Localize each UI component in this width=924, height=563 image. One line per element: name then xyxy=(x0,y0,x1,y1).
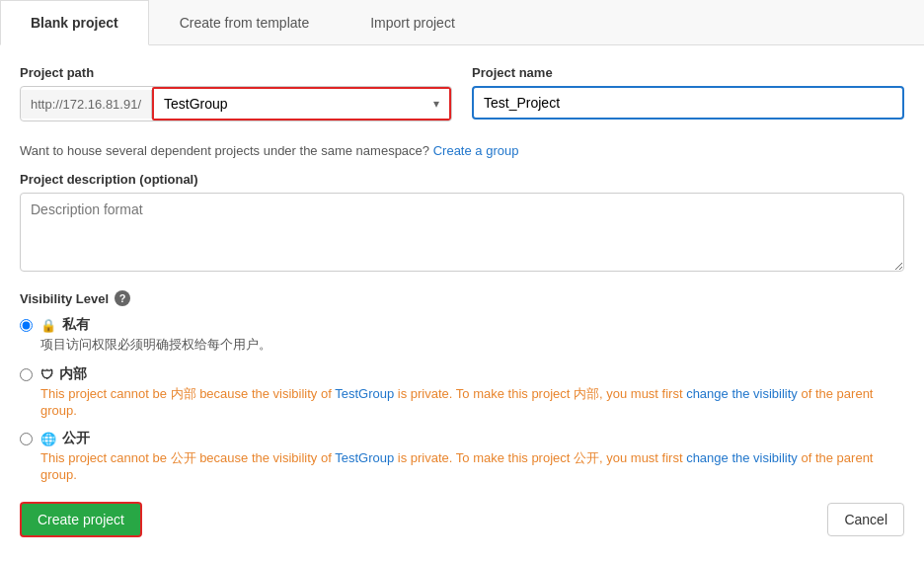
tab-blank-project[interactable]: Blank project xyxy=(0,0,149,45)
tab-import-project[interactable]: Import project xyxy=(340,0,486,44)
internal-change-visibility-link[interactable]: change the visibility xyxy=(686,386,798,401)
visibility-private-radio[interactable] xyxy=(20,319,33,332)
description-textarea[interactable] xyxy=(20,193,904,272)
url-prefix: http://172.16.81.91/ xyxy=(21,90,152,119)
tab-create-from-template[interactable]: Create from template xyxy=(149,0,341,44)
description-section: Project description (optional) xyxy=(20,172,904,275)
private-desc: 项目访问权限必须明确授权给每个用户。 xyxy=(40,336,271,354)
namespace-select[interactable]: TestGroup xyxy=(154,89,449,119)
footer-row: Create project Cancel xyxy=(20,502,904,537)
tab-bar: Blank project Create from template Impor… xyxy=(0,0,924,45)
project-path-section: Project path http://172.16.81.91/ TestGr… xyxy=(20,65,452,121)
namespace-select-wrapper: TestGroup ▾ xyxy=(152,87,451,121)
visibility-public-option: 公开 This project cannot be 公开 because the… xyxy=(20,430,904,482)
visibility-internal-radio[interactable] xyxy=(20,368,33,381)
cancel-button[interactable]: Cancel xyxy=(827,503,904,536)
description-label: Project description (optional) xyxy=(20,172,904,187)
project-name-section: Project name xyxy=(472,65,904,120)
visibility-internal-option: 内部 This project cannot be 内部 because the… xyxy=(20,365,904,418)
project-name-label: Project name xyxy=(472,65,904,80)
group-hint: Want to house several dependent projects… xyxy=(20,143,904,158)
globe-icon xyxy=(40,431,56,446)
create-group-link[interactable]: Create a group xyxy=(433,143,519,158)
public-warning: This project cannot be 公开 because the vi… xyxy=(40,449,904,482)
visibility-title: Visibility Level ? xyxy=(20,290,904,306)
visibility-section: Visibility Level ? 私有 项目访问权限必须明确授权给每个用户。… xyxy=(20,290,904,482)
path-name-row: Project path http://172.16.81.91/ TestGr… xyxy=(20,65,904,137)
shield-icon xyxy=(40,366,53,382)
public-group-link[interactable]: TestGroup xyxy=(335,450,394,465)
project-path-label: Project path xyxy=(20,65,452,80)
visibility-private-option: 私有 项目访问权限必须明确授权给每个用户。 xyxy=(20,316,904,354)
lock-icon xyxy=(40,317,56,333)
main-content: Project path http://172.16.81.91/ TestGr… xyxy=(0,45,924,557)
internal-group-link[interactable]: TestGroup xyxy=(335,386,394,401)
create-project-button[interactable]: Create project xyxy=(20,502,142,537)
public-change-visibility-link[interactable]: change the visibility xyxy=(686,450,798,465)
internal-warning: This project cannot be 内部 because the vi… xyxy=(40,385,904,418)
help-icon[interactable]: ? xyxy=(115,290,130,306)
project-name-input[interactable] xyxy=(472,86,904,120)
project-path-input-group: http://172.16.81.91/ TestGroup ▾ xyxy=(20,86,452,121)
visibility-public-radio[interactable] xyxy=(20,433,33,445)
